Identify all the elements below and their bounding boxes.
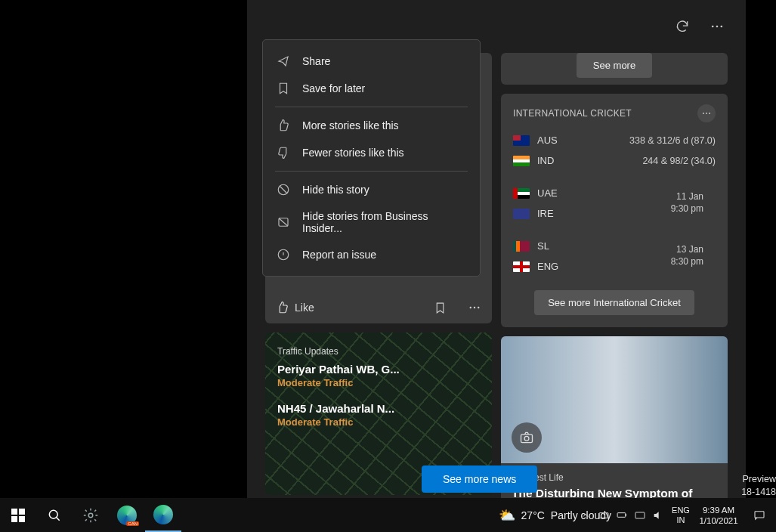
cricket-seemore-button[interactable]: See more International Cricket (534, 290, 694, 315)
search-button[interactable] (36, 498, 73, 532)
refresh-icon[interactable] (675, 19, 690, 34)
svg-point-1 (716, 26, 719, 28)
svg-point-6 (703, 113, 704, 114)
system-tray: ENGIN 9:39 AM1/10/2021 (577, 498, 776, 532)
svg-point-0 (712, 26, 714, 28)
see-more-button[interactable]: See more (577, 53, 652, 78)
svg-point-2 (721, 26, 723, 28)
tray-battery-icon[interactable] (613, 498, 631, 532)
svg-rect-16 (599, 512, 608, 518)
svg-rect-18 (635, 512, 645, 518)
taskbar: ⛅ 27°C Partly cloudy ENGIN 9:39 AM1/10/2… (0, 498, 776, 532)
ctx-share[interactable]: Share (263, 48, 480, 75)
news-image (501, 336, 728, 463)
tray-chevron-icon[interactable] (577, 498, 595, 532)
see-more-news-button[interactable]: See more news (422, 466, 537, 493)
ctx-fewer-stories[interactable]: Fewer stories like this (263, 139, 480, 166)
match-row[interactable]: IND 244 & 98/2 (34.0) (513, 150, 716, 171)
svg-rect-17 (617, 513, 626, 518)
build-label: Preview18-1418 (741, 473, 776, 499)
svg-rect-19 (755, 511, 764, 517)
flag-ire-icon (513, 209, 530, 219)
flag-eng-icon (513, 261, 530, 272)
edge-button[interactable] (145, 498, 181, 532)
fixture-time: 11 Jan9:30 pm (671, 190, 703, 215)
card-more-icon[interactable] (468, 301, 481, 314)
ctx-hide-source[interactable]: Hide stories from Business Insider... (263, 203, 480, 241)
flag-uae-icon (513, 188, 530, 199)
tray-wifi-icon[interactable] (631, 498, 649, 532)
svg-rect-9 (521, 435, 533, 443)
edge-icon (117, 506, 137, 525)
bookmark-icon[interactable] (434, 302, 447, 314)
cricket-card: INTERNATIONAL CRICKET AUS 338 & 312/6 d … (501, 94, 728, 327)
edge-canary-button[interactable] (109, 498, 145, 532)
windows-icon (11, 509, 25, 522)
svg-point-5 (478, 307, 479, 308)
ctx-report[interactable]: Report an issue (263, 241, 480, 268)
ctx-hide-story[interactable]: Hide this story (263, 176, 480, 203)
seemore-card: See more (501, 53, 728, 85)
ctx-save[interactable]: Save for later (263, 75, 480, 102)
weather-icon: ⛅ (499, 507, 515, 524)
svg-point-15 (88, 513, 93, 518)
settings-button[interactable] (73, 498, 109, 532)
traffic-route: Periyar Pathai WB, G... Moderate Traffic (277, 363, 480, 388)
flag-aus-icon (513, 135, 530, 146)
fixture-block[interactable]: SL ENG 13 Jan8:30 pm (513, 236, 716, 277)
more-icon[interactable] (710, 19, 725, 34)
tray-notifications-icon[interactable] (743, 498, 776, 532)
svg-point-8 (709, 113, 710, 114)
news-feed-panel: together: R Ashwin Like (247, 0, 746, 498)
tray-keyboard-icon[interactable] (595, 498, 613, 532)
match-row[interactable]: AUS 338 & 312/6 d (87.0) (513, 130, 716, 150)
svg-point-4 (474, 307, 475, 308)
tray-volume-icon[interactable] (649, 498, 667, 532)
like-button[interactable]: Like (276, 301, 314, 314)
fixture-time: 13 Jan8:30 pm (671, 243, 703, 268)
svg-point-7 (706, 113, 707, 114)
flag-ind-icon (513, 156, 530, 166)
svg-point-10 (524, 436, 529, 441)
traffic-route: NH45 / Jawaharlal N... Moderate Traffic (277, 402, 480, 428)
cricket-title: INTERNATIONAL CRICKET (513, 108, 632, 119)
gallery-icon[interactable] (512, 422, 542, 453)
edge-icon (153, 505, 173, 524)
svg-point-3 (470, 307, 471, 308)
start-button[interactable] (0, 498, 36, 532)
flag-sl-icon (513, 241, 530, 252)
context-menu: Share Save for later More stories like t… (262, 39, 481, 277)
cricket-more-icon[interactable] (697, 104, 716, 122)
traffic-label: Traffic Updates (277, 346, 480, 357)
ctx-more-stories[interactable]: More stories like this (263, 112, 480, 139)
fixture-block[interactable]: UAE IRE 11 Jan9:30 pm (513, 183, 716, 224)
tray-language[interactable]: ENGIN (667, 506, 694, 525)
tray-clock[interactable]: 9:39 AM1/10/2021 (694, 505, 743, 526)
